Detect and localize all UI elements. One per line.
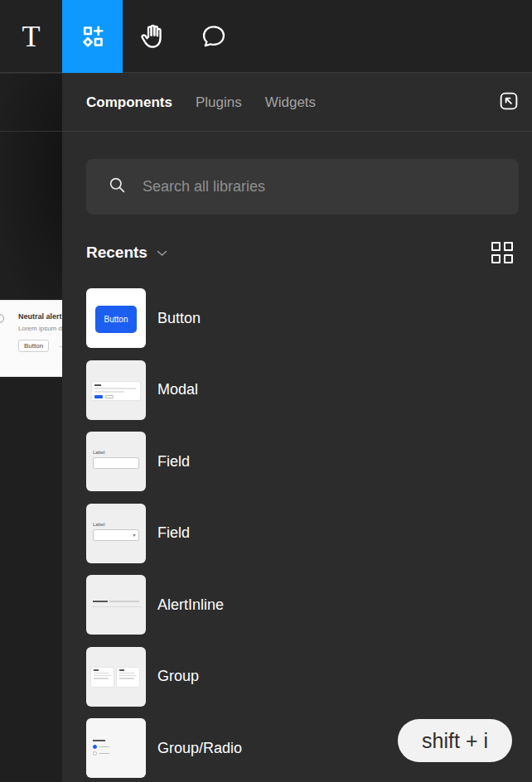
component-thumbnail: Button: [86, 288, 146, 348]
components-panel: Components Plugins Widgets: [62, 74, 532, 782]
recents-dropdown[interactable]: Recents: [86, 244, 167, 262]
component-label: Button: [157, 310, 201, 327]
search-input[interactable]: [143, 178, 519, 196]
component-label: AlertInline: [157, 596, 224, 614]
alert-button: Button: [18, 340, 49, 352]
tab-components[interactable]: Components: [86, 94, 172, 111]
open-in-window-icon: [496, 89, 521, 117]
open-in-window-button[interactable]: [496, 89, 522, 116]
canvas-frame-edge: [0, 131, 62, 132]
comment-icon: [199, 22, 229, 51]
component-label: Field: [157, 453, 190, 471]
component-thumbnail: Label: [86, 504, 146, 563]
component-item-modal[interactable]: Modal: [86, 360, 532, 420]
search-box[interactable]: [86, 159, 519, 215]
component-label: Group: [157, 668, 199, 685]
tab-plugins[interactable]: Plugins: [196, 94, 242, 111]
hand-tool-button[interactable]: [123, 0, 183, 73]
shortcut-hint-badge: shift + i: [398, 719, 512, 762]
component-thumbnail: [86, 575, 146, 635]
component-item-field-select[interactable]: Label Field: [86, 504, 532, 563]
components-tool-button[interactable]: [62, 0, 123, 73]
alert-circle-icon: [0, 314, 4, 323]
component-item-alertinline[interactable]: AlertInline: [86, 575, 532, 635]
component-label: Group/Radio: [157, 740, 242, 757]
tab-widgets[interactable]: Widgets: [265, 94, 316, 111]
hand-icon: [138, 21, 169, 52]
component-label: Modal: [157, 381, 198, 398]
chevron-down-icon: [157, 245, 167, 260]
alert-title: Neutral alert title: [18, 312, 62, 321]
text-tool-button[interactable]: T: [0, 0, 62, 73]
panel-header: Components Plugins Widgets: [62, 74, 532, 132]
canvas-area: Neutral alert title Lorem ipsum dolor si…: [0, 74, 62, 782]
search-icon: [106, 174, 128, 200]
toolbar: T: [0, 0, 532, 73]
alert-body: Lorem ipsum dolor sit amet consect: [18, 325, 62, 332]
component-thumbnail: Label: [86, 432, 146, 491]
recents-title: Recents: [86, 244, 148, 262]
component-label: Field: [157, 524, 190, 542]
text-tool-icon: T: [22, 19, 41, 54]
component-item-group[interactable]: Group: [86, 647, 532, 707]
recents-section-row: Recents: [86, 239, 514, 266]
components-list: Button Button Modal Label: [86, 288, 532, 778]
comment-tool-button[interactable]: [183, 0, 244, 73]
component-thumbnail: [86, 647, 146, 707]
figma-app: T: [0, 0, 532, 782]
thumb-button-label: Button: [95, 306, 137, 333]
components-icon: [78, 22, 108, 51]
canvas-alert-card: Neutral alert title Lorem ipsum dolor si…: [0, 300, 62, 377]
component-item-field[interactable]: Label Field: [86, 432, 532, 491]
component-thumbnail: [86, 360, 146, 420]
component-thumbnail: [86, 718, 146, 778]
grid-view-icon[interactable]: [491, 242, 514, 264]
component-item-button[interactable]: Button Button: [86, 288, 532, 348]
panel-tabs: Components Plugins Widgets: [86, 94, 316, 111]
